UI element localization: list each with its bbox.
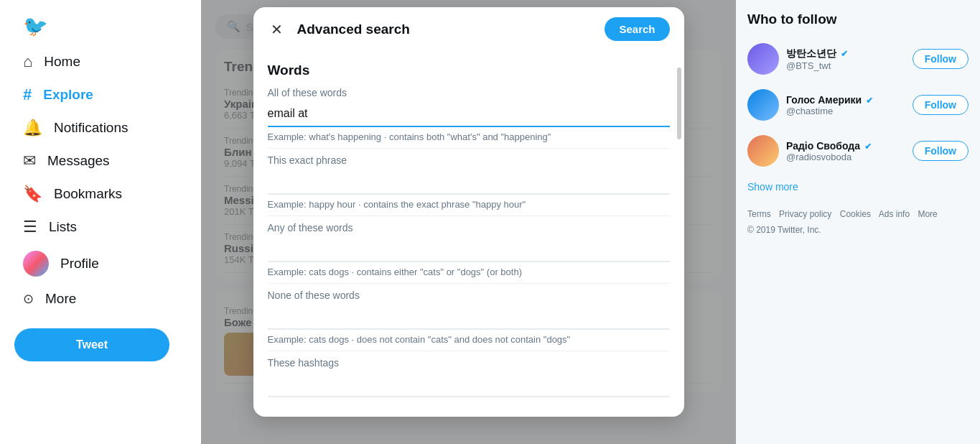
avatar-voice	[747, 89, 779, 121]
verified-icon-bts: ✔	[841, 49, 848, 59]
follow-name-bts: 방탄소년단 ✔	[786, 47, 905, 60]
follow-button-bts[interactable]: Follow	[913, 49, 969, 69]
all-words-label: All of these words	[268, 87, 670, 98]
none-words-field-group: None of these words Example: cats dogs ·…	[268, 290, 670, 351]
sidebar-item-label: Profile	[60, 256, 99, 272]
twitter-logo: 🐦	[23, 14, 48, 38]
show-more-link[interactable]: Show more	[747, 174, 969, 200]
any-words-label: Any of these words	[268, 222, 670, 233]
sidebar-item-notifications[interactable]: 🔔 Notifications	[14, 111, 187, 144]
none-words-example: Example: cats dogs · does not contain "c…	[268, 334, 670, 351]
sidebar-item-messages[interactable]: ✉ Messages	[14, 144, 187, 177]
sidebar-item-label: Lists	[49, 219, 77, 235]
all-words-field-group: All of these words Example: what's happe…	[268, 87, 670, 149]
hashtags-label: These hashtags	[268, 357, 670, 369]
follow-item-bts: 방탄소년단 ✔ @BTS_twt Follow	[747, 36, 969, 82]
envelope-icon: ✉	[23, 152, 36, 170]
bookmark-icon: 🔖	[23, 185, 42, 203]
verified-icon-voice: ✔	[866, 96, 873, 106]
any-words-input[interactable]	[268, 236, 670, 262]
modal-close-button[interactable]: ✕	[268, 18, 286, 41]
avatar-bts	[747, 43, 779, 75]
modal-scrollbar[interactable]	[677, 68, 681, 139]
exact-phrase-label: This exact phrase	[268, 154, 670, 166]
footer-cookies[interactable]: Cookies	[840, 209, 871, 219]
sidebar-item-bookmarks[interactable]: 🔖 Bookmarks	[14, 177, 187, 211]
sidebar-item-label: Home	[44, 54, 80, 70]
follow-item-voice: Голос Америки ✔ @chastime Follow	[747, 82, 969, 128]
advanced-search-modal: ✕ Advanced search Search Words All of th…	[253, 7, 684, 417]
sidebar-item-label: Explore	[43, 87, 93, 103]
follow-handle-radio: @radiosvoboda	[786, 152, 905, 162]
right-sidebar: Who to follow 방탄소년단 ✔ @BTS_twt Follow Го…	[736, 0, 980, 444]
all-words-input[interactable]	[268, 101, 670, 127]
follow-button-radio[interactable]: Follow	[913, 141, 969, 161]
modal-search-button[interactable]: Search	[605, 17, 669, 41]
more-icon: ⊙	[23, 291, 34, 307]
tweet-button[interactable]: Tweet	[14, 328, 169, 361]
sidebar-item-label: More	[45, 291, 76, 307]
list-icon: ☰	[23, 218, 37, 236]
avatar-radio	[747, 135, 779, 167]
exact-phrase-input[interactable]	[268, 169, 670, 195]
sidebar-item-label: Bookmarks	[54, 186, 122, 202]
main-content: 🔍 Search Twitter ⚙ Trendi... Trending Ук…	[201, 0, 736, 444]
any-words-example: Example: cats dogs · contains either "ca…	[268, 267, 670, 284]
none-words-label: None of these words	[268, 290, 670, 301]
bell-icon: 🔔	[23, 119, 42, 137]
all-words-example: Example: what's happening · contains bot…	[268, 131, 670, 149]
who-to-follow-title: Who to follow	[747, 11, 969, 27]
footer-copyright: © 2019 Twitter, Inc.	[747, 225, 821, 235]
sidebar-item-explore[interactable]: # Explore	[14, 78, 187, 111]
sidebar-item-lists[interactable]: ☰ Lists	[14, 211, 187, 244]
footer-privacy[interactable]: Privacy policy	[779, 209, 831, 219]
modal-title: Advanced search	[297, 22, 605, 37]
modal-header: ✕ Advanced search Search	[253, 7, 684, 51]
words-section-title: Words	[268, 63, 670, 78]
home-icon: ⌂	[23, 52, 32, 71]
verified-icon-radio: ✔	[864, 142, 872, 152]
footer-links: Terms Privacy policy Cookies Ads info Mo…	[747, 207, 969, 238]
follow-handle-bts: @BTS_twt	[786, 60, 905, 71]
modal-overlay[interactable]: ✕ Advanced search Search Words All of th…	[201, 0, 736, 444]
footer-more[interactable]: More	[918, 209, 937, 219]
exact-phrase-field-group: This exact phrase Example: happy hour · …	[268, 154, 670, 216]
follow-name-radio: Радіо Свобода ✔	[786, 140, 905, 152]
sidebar-item-label: Notifications	[54, 120, 129, 136]
follow-button-voice[interactable]: Follow	[913, 95, 969, 115]
follow-name-voice: Голос Америки ✔	[786, 94, 905, 106]
none-words-input[interactable]	[268, 304, 670, 330]
sidebar: 🐦 ⌂ Home # Explore 🔔 Notifications ✉ Mes…	[0, 0, 201, 444]
sidebar-item-more[interactable]: ⊙ More	[14, 284, 187, 314]
follow-info-bts: 방탄소년단 ✔ @BTS_twt	[786, 47, 905, 71]
hashtags-input[interactable]	[268, 371, 670, 397]
modal-body: Words All of these words Example: what's…	[253, 51, 684, 417]
sidebar-item-label: Messages	[47, 153, 110, 169]
follow-info-radio: Радіо Свобода ✔ @radiosvoboda	[786, 140, 905, 162]
follow-info-voice: Голос Америки ✔ @chastime	[786, 94, 905, 116]
exact-phrase-example: Example: happy hour · contains the exact…	[268, 199, 670, 216]
any-words-field-group: Any of these words Example: cats dogs · …	[268, 222, 670, 284]
hashtags-field-group: These hashtags	[268, 357, 670, 397]
follow-handle-voice: @chastime	[786, 106, 905, 116]
sidebar-item-profile[interactable]: Profile	[14, 244, 187, 284]
sidebar-item-home[interactable]: ⌂ Home	[14, 45, 187, 78]
explore-icon: #	[23, 85, 32, 104]
profile-avatar-icon	[23, 251, 49, 277]
footer-terms[interactable]: Terms	[747, 209, 771, 219]
follow-item-radio: Радіо Свобода ✔ @radiosvoboda Follow	[747, 128, 969, 174]
footer-ads-info[interactable]: Ads info	[879, 209, 910, 219]
